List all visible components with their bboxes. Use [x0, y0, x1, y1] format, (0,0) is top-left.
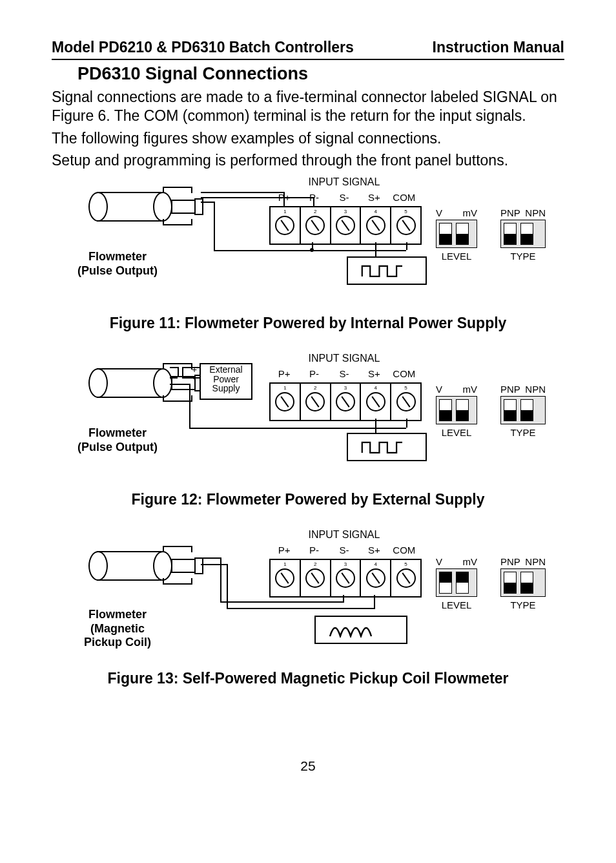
level-switch: V mV LEVEL	[436, 384, 477, 438]
level-switch: V mV LEVEL	[436, 207, 477, 262]
supply-minus: -	[193, 373, 196, 384]
terminal-pin-labels: P+ P- S- S+ COM	[269, 545, 419, 556]
terminal-block: 1 2 3 4 5	[269, 382, 422, 421]
type-switch: PNP NPN TYPE	[500, 384, 546, 438]
sine-wave-icon	[314, 616, 407, 644]
figure-11-caption: Figure 11: Flowmeter Powered by Internal…	[52, 315, 564, 332]
section-title: PD6310 Signal Connections	[77, 64, 564, 84]
level-switch: V mV LEVEL	[436, 556, 477, 610]
type-switch: PNP NPN TYPE	[500, 207, 546, 262]
paragraph-1: Signal connections are made to a five-te…	[52, 88, 564, 125]
terminal-pin-labels: P+ P- S- S+ COM	[269, 368, 419, 379]
flowmeter-label: Flowmeter (Pulse Output)	[43, 426, 192, 454]
flowmeter-icon	[88, 192, 198, 237]
input-signal-title: INPUT SIGNAL	[269, 176, 419, 188]
terminal-block: 1 2 3 4 5	[269, 206, 422, 245]
pulse-wave-icon	[347, 256, 427, 285]
paragraph-3: Setup and programming is performed throu…	[52, 151, 564, 170]
type-switch: PNP NPN TYPE	[500, 556, 546, 610]
paragraph-2: The following figures show examples of s…	[52, 129, 564, 148]
pulse-wave-icon	[347, 433, 427, 461]
figure-13-diagram: Flowmeter (Magnetic Pickup Coil) INPUT S…	[56, 532, 560, 661]
page-number: 25	[52, 758, 564, 774]
figure-12-caption: Figure 12: Flowmeter Powered by External…	[52, 491, 564, 508]
figure-12-diagram: Flowmeter (Pulse Output) External Power …	[56, 355, 560, 478]
figure-11-diagram: Flowmeter (Pulse Output) INPUT SIGNAL P+…	[56, 179, 560, 302]
flowmeter-icon	[88, 551, 198, 596]
header-right: Instruction Manual	[433, 39, 564, 56]
flowmeter-label: Flowmeter (Magnetic Pickup Coil)	[43, 608, 192, 650]
external-supply-box: External Power Supply	[200, 363, 252, 400]
input-signal-title: INPUT SIGNAL	[269, 529, 419, 541]
input-signal-title: INPUT SIGNAL	[269, 353, 419, 364]
terminal-block: 1 2 3 4 5	[269, 559, 422, 598]
figure-13-caption: Figure 13: Self-Powered Magnetic Pickup …	[52, 670, 564, 687]
header-left: Model PD6210 & PD6310 Batch Controllers	[52, 39, 354, 56]
flowmeter-label: Flowmeter (Pulse Output)	[43, 250, 192, 278]
